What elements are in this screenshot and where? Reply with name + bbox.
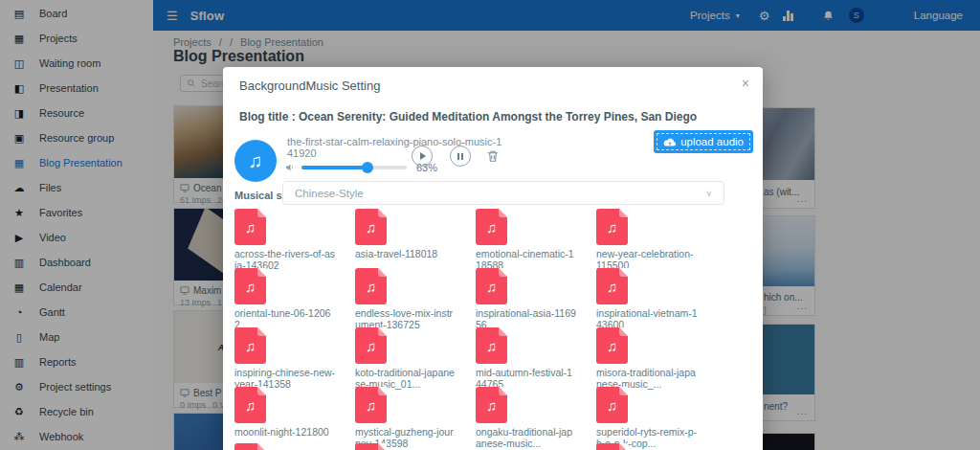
cloud-upload-icon	[663, 137, 677, 147]
music-file-item[interactable]: mid-autumn-festival-144765	[476, 327, 596, 387]
music-file-icon	[234, 387, 266, 423]
musical-style-value: Chinese-Style	[295, 188, 364, 199]
play-icon	[420, 152, 426, 160]
delete-track-button[interactable]	[485, 148, 501, 168]
music-file-icon	[355, 387, 387, 423]
music-file-icon	[355, 268, 387, 304]
close-icon[interactable]: ×	[742, 76, 749, 91]
music-file-item[interactable]: moonlit-night-121800	[234, 387, 355, 446]
music-file-item[interactable]: inspirational-vietnam-143600	[596, 268, 717, 327]
music-file-item[interactable]: across-the-rivers-of-asia-143602	[234, 209, 355, 268]
blog-title-text: Blog title : Ocean Serenity: Guided Medi…	[239, 110, 697, 124]
music-file-item[interactable]: oriental-tune-06-12062	[234, 268, 355, 327]
modal-title: BackgroundMusic Setting	[239, 79, 380, 93]
music-file-icon[interactable]	[234, 443, 266, 450]
volume-slider[interactable]	[301, 166, 407, 169]
speaker-icon	[284, 162, 296, 173]
music-file-icon	[596, 209, 628, 245]
music-file-item[interactable]: mystical-guzheng-journey-143598	[355, 387, 476, 446]
track-id: 41920	[287, 147, 317, 159]
pause-button[interactable]	[450, 146, 471, 167]
music-file-icon	[234, 327, 266, 364]
chevron-down-icon: ∨	[705, 189, 712, 198]
music-file-item[interactable]: koto-traditional-japanese-music_01...	[355, 327, 476, 387]
music-file-item[interactable]: ongaku-traditional-japanese-music...	[476, 387, 596, 446]
music-file-name: moonlit-night-121800	[234, 426, 336, 438]
music-file-icon	[596, 268, 628, 304]
upload-audio-label: upload audio	[680, 136, 744, 147]
music-file-icon	[476, 387, 507, 423]
music-file-item[interactable]: inspiring-chinese-new-year-141358	[234, 327, 355, 387]
track-name: the-first-star-calm-relaxing-piano-solo-…	[287, 136, 536, 147]
music-file-item[interactable]: superidol-ryts-remix-p-h-o-n-k-cop...	[596, 387, 717, 446]
music-file-icon[interactable]	[596, 443, 628, 450]
current-track-music-icon	[234, 140, 277, 182]
play-button[interactable]	[412, 146, 433, 167]
music-file-icon	[355, 209, 387, 245]
music-file-icon	[596, 327, 628, 364]
music-file-item[interactable]: inspirational-asia-116956	[476, 268, 596, 327]
music-file-icon[interactable]	[355, 443, 387, 450]
music-file-icon	[234, 209, 266, 245]
music-file-icon	[476, 268, 507, 304]
music-file-name: ongaku-traditional-japanese-music...	[476, 426, 577, 449]
musical-style-select[interactable]: Chinese-Style ∨	[282, 181, 724, 205]
music-file-icon	[234, 268, 266, 304]
background-music-modal: BackgroundMusic Setting × Blog title : O…	[223, 67, 763, 450]
music-file-icon	[355, 327, 387, 364]
volume-fill	[301, 166, 368, 169]
music-file-icon	[596, 387, 628, 423]
trash-icon	[485, 148, 501, 164]
volume-slider-thumb[interactable]	[362, 162, 373, 173]
music-file-grid: across-the-rivers-of-asia-143602 asia-tr…	[234, 209, 717, 446]
music-file-item[interactable]: new-year-celebration-115500	[596, 209, 717, 268]
music-file-icon	[476, 327, 507, 364]
music-file-item[interactable]: misora-traditional-japanese-music_...	[596, 327, 717, 387]
music-file-item[interactable]: asia-travel-118018	[355, 209, 476, 268]
music-file-item[interactable]: emotional-cinematic-118588	[476, 209, 596, 268]
music-file-icon	[476, 209, 507, 245]
upload-audio-button[interactable]: upload audio	[654, 130, 753, 153]
pause-icon	[457, 153, 463, 160]
music-file-item[interactable]: endless-love-mix-instrument-136725	[355, 268, 476, 327]
music-file-name: asia-travel-118018	[355, 248, 457, 259]
